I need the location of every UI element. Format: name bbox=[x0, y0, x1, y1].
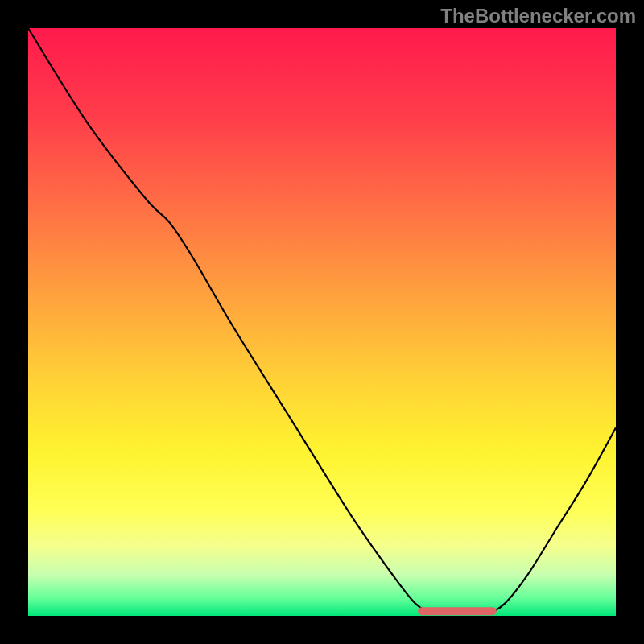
chart-container: TheBottlenecker.com bbox=[0, 0, 644, 644]
chart-background bbox=[28, 28, 616, 616]
watermark-text: TheBottlenecker.com bbox=[440, 5, 636, 27]
chart-svg bbox=[28, 28, 616, 616]
plot-area bbox=[28, 28, 616, 616]
